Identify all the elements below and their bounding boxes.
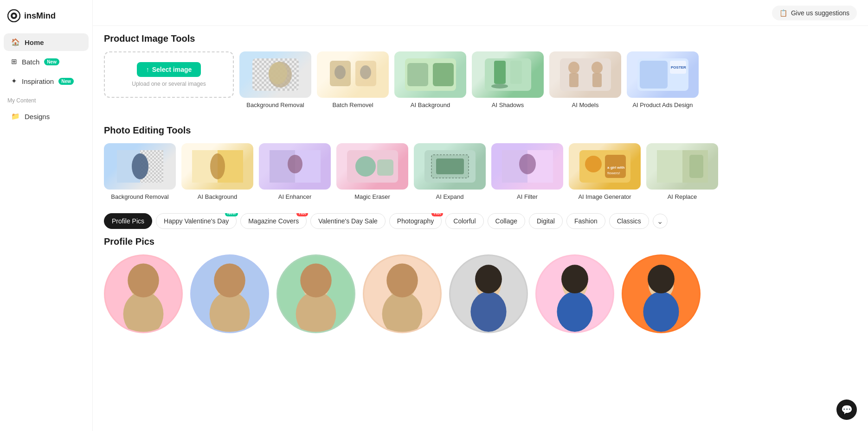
svg-point-51 <box>519 154 536 174</box>
svg-text:a girl with: a girl with <box>607 165 624 170</box>
photo-tool-ai-image-gen[interactable]: a girl with flowers! AI Image Generator <box>569 143 641 200</box>
sidebar-item-home[interactable]: 🏠 Home <box>4 33 89 51</box>
filter-tag-profile-pics[interactable]: Profile Pics <box>104 213 152 229</box>
profile-card-5[interactable] <box>449 254 528 333</box>
product-tools-title: Product Image Tools <box>104 33 857 44</box>
expand-filters-button[interactable]: ⌄ <box>653 214 668 228</box>
filter-tag-colorful[interactable]: Colorful <box>445 213 483 229</box>
magazine-badge: Hot <box>296 213 308 216</box>
svg-rect-57 <box>657 150 682 183</box>
profile-card-2[interactable] <box>190 254 269 333</box>
svg-point-63 <box>128 263 159 297</box>
filter-tag-photography[interactable]: Hot Photography <box>389 213 442 229</box>
tool-label-ai-models: AI Models <box>549 101 621 108</box>
tool-card-ai-background[interactable]: AI Background <box>394 51 466 108</box>
inspiration-badge: New <box>58 78 74 85</box>
filter-label-valentine-sale: Valentine's Day Sale <box>318 217 378 225</box>
profile-card-4[interactable] <box>363 254 442 333</box>
chat-bubble[interactable]: 💬 <box>836 399 857 420</box>
valentine-badge: New <box>225 213 238 216</box>
tool-card-bg-removal[interactable]: Background Removal <box>239 51 311 108</box>
tool-card-batch-removal[interactable]: Batch Removel <box>317 51 389 108</box>
ai-shadows-preview <box>485 58 531 91</box>
svg-point-20 <box>491 84 508 89</box>
svg-point-36 <box>132 153 148 179</box>
profile-img-6 <box>537 256 613 332</box>
upload-card[interactable]: ↑ Select image Upload one or several ima… <box>104 51 234 98</box>
suggestions-button[interactable]: 📋 Give us suggestions <box>772 6 857 20</box>
logo-text: insMind <box>24 11 56 21</box>
svg-text:POSTER: POSTER <box>671 65 686 70</box>
filter-tag-magazine[interactable]: Hot Magazine Covers <box>240 213 307 229</box>
filter-label-colorful: Colorful <box>453 217 476 225</box>
svg-point-87 <box>648 265 675 293</box>
tool-card-ai-product-ads[interactable]: POSTER AI Product Ads Design <box>627 51 699 108</box>
ai-bg-preview <box>405 58 456 91</box>
filter-label-profile-pics: Profile Pics <box>112 217 144 225</box>
filter-tag-fashion[interactable]: Fashion <box>566 213 605 229</box>
profile-card-6[interactable] <box>535 254 614 333</box>
logo-icon <box>7 9 20 22</box>
svg-point-83 <box>561 265 588 293</box>
filter-label-fashion: Fashion <box>574 217 598 225</box>
photo-ai-bg-preview <box>192 150 243 183</box>
tool-label-ai-background: AI Background <box>394 101 466 108</box>
photo-tool-label-ai-expand: AI Expand <box>414 193 486 200</box>
photo-tool-ai-expand[interactable]: AI Expand <box>414 143 486 200</box>
profile-card-3[interactable] <box>276 254 355 333</box>
lightbulb-icon: 📋 <box>779 9 787 17</box>
photo-tools-grid: Background Removal AI Background <box>104 143 857 204</box>
profile-card-7[interactable] <box>622 254 701 333</box>
filter-tag-valentine[interactable]: New Happy Valentine's Day <box>156 213 237 229</box>
tool-label-batch-removal: Batch Removel <box>317 101 389 108</box>
profile-img-1 <box>105 256 181 332</box>
photo-tool-ai-bg[interactable]: AI Background <box>181 143 253 200</box>
svg-rect-45 <box>377 159 393 176</box>
profile-card-1[interactable] <box>104 254 183 333</box>
filter-tag-classics[interactable]: Classics <box>609 213 649 229</box>
filter-label-collage: Collage <box>495 217 517 225</box>
photo-tool-bg-removal[interactable]: Background Removal <box>104 143 176 200</box>
sidebar-item-inspiration[interactable]: ✦ Inspiration New <box>4 72 89 90</box>
svg-rect-59 <box>689 155 703 178</box>
filter-tag-valentine-sale[interactable]: Valentine's Day Sale <box>310 213 386 229</box>
ai-expand-preview <box>424 150 476 183</box>
photo-tool-ai-filter[interactable]: AI Filter <box>491 143 563 200</box>
bg-removal-preview <box>252 58 299 91</box>
filter-row: Profile Pics New Happy Valentine's Day H… <box>104 213 857 229</box>
photography-badge: Hot <box>431 213 443 216</box>
svg-point-78 <box>470 292 506 332</box>
svg-point-71 <box>300 263 332 297</box>
photo-tool-label-ai-filter: AI Filter <box>491 193 563 200</box>
tool-card-ai-shadows[interactable]: AI Shadows <box>472 51 544 108</box>
tool-label-ai-shadows: AI Shadows <box>472 101 544 108</box>
tool-card-ai-models[interactable]: AI Models <box>549 51 621 108</box>
svg-point-12 <box>334 65 346 79</box>
filter-label-classics: Classics <box>617 217 641 225</box>
ai-replace-preview <box>657 150 708 183</box>
photo-tool-magic-eraser[interactable]: Magic Eraser <box>336 143 408 200</box>
profile-pics-grid <box>104 254 857 333</box>
ai-models-preview <box>560 58 611 91</box>
svg-point-22 <box>568 62 579 74</box>
sidebar-item-batch[interactable]: ⊞ Batch New <box>4 53 89 70</box>
filter-tag-collage[interactable]: Collage <box>488 213 525 229</box>
photo-tool-ai-replace[interactable]: AI Replace <box>646 143 718 200</box>
photo-tools-title: Photo Editing Tools <box>104 125 857 136</box>
my-content-label: My Content <box>0 92 92 106</box>
logo-area: insMind <box>0 4 92 32</box>
ai-product-ads-preview: POSTER <box>637 58 688 91</box>
svg-point-82 <box>557 292 592 332</box>
svg-rect-16 <box>433 63 454 86</box>
select-image-label: Select image <box>152 66 192 73</box>
filter-tag-digital[interactable]: Digital <box>529 213 563 229</box>
select-image-button[interactable]: ↑ Select image <box>137 62 201 77</box>
sidebar-item-designs[interactable]: 📁 Designs <box>4 108 89 125</box>
photo-tool-enhancer[interactable]: AI Enhancer <box>259 143 331 200</box>
svg-rect-19 <box>510 61 522 84</box>
tool-label-bg-removal: Background Removal <box>239 101 311 108</box>
profile-img-3 <box>278 256 354 332</box>
star-icon: ✦ <box>11 77 17 85</box>
photo-tool-label-magic-eraser: Magic Eraser <box>336 193 408 200</box>
svg-text:flowers!: flowers! <box>607 171 620 175</box>
